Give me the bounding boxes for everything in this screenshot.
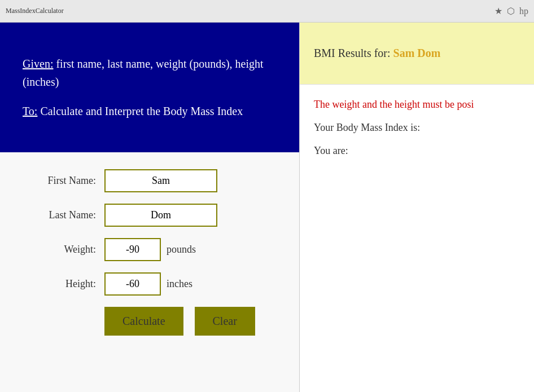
- height-input[interactable]: [104, 272, 161, 296]
- weight-label: Weight:: [23, 244, 96, 256]
- left-panel: Given: first name, last name, weight (po…: [0, 23, 299, 392]
- bmi-label: Your Body Mass Index is:: [314, 122, 420, 133]
- weight-input[interactable]: [104, 238, 161, 261]
- to-label: To:: [23, 105, 37, 117]
- category-result-line: You are:: [314, 145, 520, 157]
- results-name: Sam Dom: [393, 47, 441, 59]
- to-line: To: Calculate and Interpret the Body Mas…: [23, 102, 277, 120]
- right-panel: BMI Results for: Sam Dom The weight and …: [299, 23, 534, 392]
- brand-icon: hp: [519, 6, 528, 16]
- clear-button[interactable]: Clear: [195, 307, 255, 336]
- results-title: BMI Results for: Sam Dom: [314, 47, 440, 60]
- category-label: You are:: [314, 145, 348, 156]
- results-header: BMI Results for: Sam Dom: [300, 23, 534, 85]
- results-title-prefix: BMI Results for:: [314, 47, 393, 59]
- browser-icons: ★ ⬡ hp: [494, 6, 528, 16]
- browser-title: MassIndexCalculator: [6, 7, 490, 15]
- browser-bar: MassIndexCalculator ★ ⬡ hp: [0, 0, 534, 23]
- bmi-result-line: Your Body Mass Index is:: [314, 122, 520, 134]
- height-label: Height:: [23, 278, 96, 290]
- first-name-row: First Name:: [23, 169, 277, 192]
- given-text: first name, last name, weight (pounds), …: [23, 58, 264, 88]
- last-name-row: Last Name:: [23, 204, 277, 227]
- first-name-input[interactable]: [104, 169, 217, 192]
- height-row: Height: inches: [23, 272, 277, 296]
- form-area: First Name: Last Name: Weight: pounds He…: [0, 152, 299, 392]
- given-label: Given:: [23, 58, 53, 70]
- weight-row: Weight: pounds: [23, 238, 277, 261]
- error-message: The weight and the height must be posi: [314, 99, 520, 111]
- last-name-input[interactable]: [104, 204, 217, 227]
- star-icon[interactable]: ★: [494, 6, 502, 16]
- header-box: Given: first name, last name, weight (po…: [0, 23, 299, 152]
- extension-icon[interactable]: ⬡: [507, 6, 515, 16]
- results-body: The weight and the height must be posi Y…: [300, 85, 534, 392]
- content-area: Given: first name, last name, weight (po…: [0, 23, 534, 392]
- to-text: Calculate and Interpret the Body Mass In…: [37, 105, 243, 117]
- button-row: Calculate Clear: [23, 307, 277, 336]
- weight-unit-label: pounds: [167, 244, 196, 256]
- given-line: Given: first name, last name, weight (po…: [23, 55, 277, 91]
- height-unit-label: inches: [167, 278, 192, 290]
- first-name-label: First Name:: [23, 175, 96, 187]
- last-name-label: Last Name:: [23, 209, 96, 221]
- calculate-button[interactable]: Calculate: [104, 307, 183, 336]
